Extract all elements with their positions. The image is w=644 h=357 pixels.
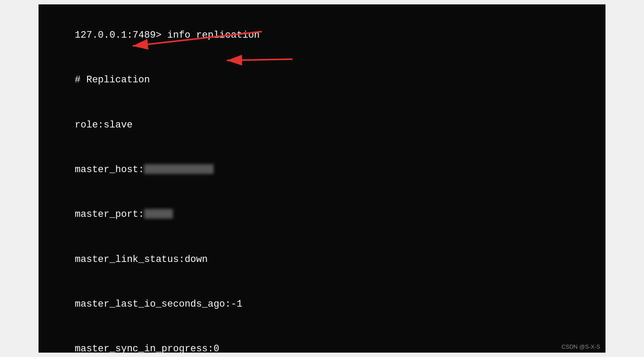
terminal-line-master-port: master_port: — [52, 192, 592, 237]
master-port-value-blurred — [144, 209, 173, 219]
role-text: role:slave — [75, 120, 133, 131]
master-port-label: master_port: — [75, 209, 144, 220]
command-text: 127.0.0.1:7489> info replication — [75, 30, 260, 41]
terminal-line-last-io: master_last_io_seconds_ago:-1 — [52, 282, 592, 327]
master-host-label: master_host: — [75, 164, 144, 175]
sync-text: master_sync_in_progress:0 — [75, 343, 219, 353]
terminal-window: 127.0.0.1:7489> info replication # Repli… — [39, 4, 605, 353]
replication-header: # Replication — [75, 74, 150, 85]
link-status-text: master_link_status:down — [75, 254, 208, 265]
terminal-line-role: role:slave — [52, 103, 592, 148]
terminal-line-link-status: master_link_status:down — [52, 237, 592, 282]
watermark: CSDN @S-X-S — [562, 343, 600, 350]
terminal-command-line: 127.0.0.1:7489> info replication — [52, 13, 592, 58]
terminal-line-sync: master_sync_in_progress:0 — [52, 327, 592, 353]
terminal-line-master-host: master_host: — [52, 148, 592, 192]
master-host-value-blurred — [144, 164, 213, 174]
last-io-text: master_last_io_seconds_ago:-1 — [75, 299, 243, 310]
terminal-line-replication: # Replication — [52, 58, 592, 103]
